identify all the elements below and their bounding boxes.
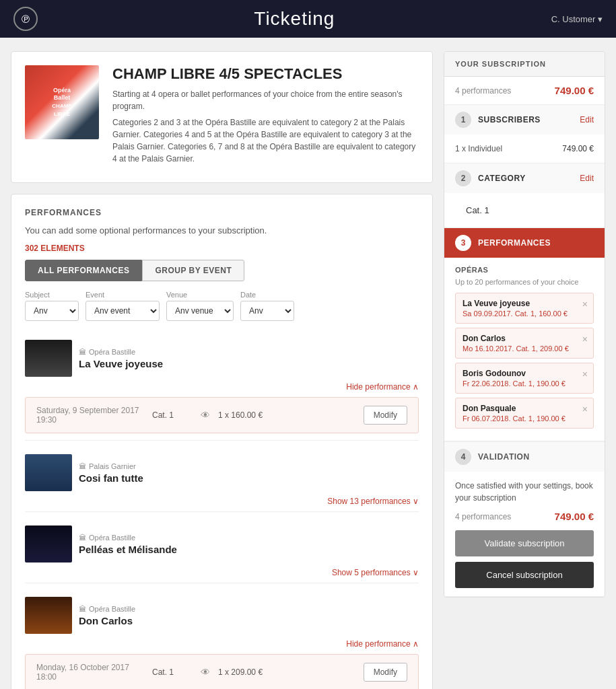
list-item: 🏛 Opéra Bastille Don Carlos Hide perform… xyxy=(25,589,419,689)
date-select[interactable]: Anv xyxy=(240,301,294,321)
list-item: 🏛 Opéra Bastille La Veuve joyeuse Hide p… xyxy=(25,332,419,441)
list-item: 🏛 Palais Garnier Cosi fan tutte Show 13 … xyxy=(25,446,419,512)
remove-opera-button[interactable]: × xyxy=(582,299,588,310)
step-validation-header: 4 VALIDATION xyxy=(444,442,605,472)
show-performances-link[interactable]: Show 13 performances ∨ xyxy=(25,497,419,511)
hero-desc1: Starting at 4 opera or ballet performanc… xyxy=(112,88,419,112)
opera-item: Don Pasquale Fr 06.07.2018. Cat. 1, 190.… xyxy=(455,398,594,429)
opera-detail: Sa 09.09.2017. Cat. 1, 160.00 € xyxy=(463,310,586,318)
hide-performance-text: Hide performance ∧ xyxy=(346,639,419,649)
eye-icon: 👁 xyxy=(201,667,210,678)
subscriber-price: 749.00 € xyxy=(562,144,594,153)
perf-info: 🏛 Opéra Bastille La Veuve joyeuse xyxy=(79,348,419,369)
all-performances-button[interactable]: ALL PERFORMANCES xyxy=(25,260,142,281)
venue-select[interactable]: Anv venue xyxy=(166,301,234,321)
show-performances-text: Show 13 performances ∨ xyxy=(327,497,419,506)
hero-image: OpéraBalletCHAMPLIBRE xyxy=(25,65,99,139)
opera-name: Don Carlos xyxy=(463,334,586,343)
hide-performance-link[interactable]: Hide performance ∧ xyxy=(25,382,419,397)
operas-subtitle: Up to 20 performances of your choice xyxy=(455,278,594,286)
left-panel: OpéraBalletCHAMPLIBRE CHAMP LIBRE 4/5 SP… xyxy=(11,51,433,689)
subscription-header: YOUR SUBSCRIPTION xyxy=(444,52,605,77)
toggle-group: ALL PERFORMANCES GROUP BY EVENT xyxy=(25,260,419,281)
event-select[interactable]: Anv event xyxy=(85,301,160,321)
opera-name: La Veuve joyeuse xyxy=(463,299,586,308)
subscriber-item: 1 x Individuel 749.00 € xyxy=(455,141,594,156)
step-subscribers-edit[interactable]: Edit xyxy=(580,115,594,124)
perf-expanded-row: Monday, 16 October 2017 18:00 Cat. 1 👁 1… xyxy=(25,654,419,689)
step-subscribers-content: 1 x Individuel 749.00 € xyxy=(444,135,605,163)
val-perf-count: 4 performances xyxy=(455,512,511,521)
step-number-2: 2 xyxy=(455,170,471,186)
step-subscribers-title: SUBSCRIBERS xyxy=(478,115,573,124)
list-item: 🏛 Opéra Bastille Pelléas et Mélisande Sh… xyxy=(25,517,419,583)
step-number-4: 4 xyxy=(455,449,471,465)
subscriber-label: 1 x Individuel xyxy=(455,144,502,153)
perf-thumbnail xyxy=(25,597,72,634)
opera-name: Don Pasquale xyxy=(463,404,586,413)
hide-performance-text: Hide performance ∧ xyxy=(346,382,419,392)
building-icon: 🏛 xyxy=(79,462,86,470)
step-category: 2 CATEGORY Edit Cat. 1 xyxy=(444,164,605,228)
opera-detail: Fr 06.07.2018. Cat. 1, 190.00 € xyxy=(463,414,586,423)
user-menu[interactable]: C. Ustomer ▾ xyxy=(551,14,603,24)
show-performances-link[interactable]: Show 5 performances ∨ xyxy=(25,568,419,583)
group-by-event-button[interactable]: GROUP BY EVENT xyxy=(142,260,244,281)
cancel-subscription-button[interactable]: Cancel subscription xyxy=(455,562,594,588)
hero-title: CHAMP LIBRE 4/5 SPECTACLES xyxy=(112,65,419,83)
hero-desc2: Categories 2 and 3 at the Opéra Bastille… xyxy=(112,116,419,165)
remove-opera-button[interactable]: × xyxy=(582,334,588,344)
subject-select[interactable]: Anv xyxy=(25,301,79,321)
subject-label: Subject xyxy=(25,291,79,299)
opera-item: Boris Godounov Fr 22.06.2018. Cat. 1, 19… xyxy=(455,363,594,394)
validate-subscription-button[interactable]: Validate subscription xyxy=(455,530,594,556)
step-category-title: CATEGORY xyxy=(478,174,573,183)
step-number-3: 3 xyxy=(455,235,471,251)
main-container: OpéraBalletCHAMPLIBRE CHAMP LIBRE 4/5 SP… xyxy=(0,38,616,689)
event-label: Event xyxy=(85,291,160,299)
modify-button[interactable]: Modify xyxy=(364,663,407,682)
venue-name: Opéra Bastille xyxy=(89,348,135,356)
modify-button[interactable]: Modify xyxy=(364,406,407,425)
subject-filter: Subject Anv xyxy=(25,291,79,321)
performances-section: PERFORMANCES You can add some optional p… xyxy=(11,194,433,689)
perf-name: Don Carlos xyxy=(79,615,419,626)
validation-note: Once satisfied with your settings, book … xyxy=(455,480,594,504)
perf-date: Saturday, 9 September 2017 19:30 xyxy=(36,406,144,425)
validation-content: Once satisfied with your settings, book … xyxy=(444,472,605,596)
perf-thumbnail xyxy=(25,340,72,377)
opera-detail: Fr 22.06.2018. Cat. 1, 190.00 € xyxy=(463,379,586,388)
date-label: Date xyxy=(240,291,294,299)
building-icon: 🏛 xyxy=(79,605,86,613)
sub-total-price: 749.00 € xyxy=(555,85,594,96)
hide-performance-link[interactable]: Hide performance ∧ xyxy=(25,639,419,654)
logo-text: ℗ xyxy=(20,13,31,26)
remove-opera-button[interactable]: × xyxy=(582,404,588,414)
perf-thumbnail xyxy=(25,525,72,563)
perf-name: Cosi fan tutte xyxy=(79,472,419,484)
perf-price: 1 x 209.00 € xyxy=(218,667,355,677)
category-value: Cat. 1 xyxy=(455,200,594,221)
perf-info: 🏛 Palais Garnier Cosi fan tutte xyxy=(79,462,419,484)
elements-count: 302 ELEMENTS xyxy=(25,244,419,253)
logo: ℗ xyxy=(13,7,38,31)
step-validation-title: VALIDATION xyxy=(478,452,594,462)
perf-name: Pelléas et Mélisande xyxy=(79,544,419,555)
remove-opera-button[interactable]: × xyxy=(582,369,588,379)
show-performances-text: Show 5 performances ∨ xyxy=(332,568,419,577)
step-performances-header: 3 PERFORMANCES xyxy=(444,228,605,258)
step-validation: 4 VALIDATION Once satisfied with your se… xyxy=(444,442,605,597)
step-category-edit[interactable]: Edit xyxy=(580,174,594,183)
perf-info: 🏛 Opéra Bastille Don Carlos xyxy=(79,605,419,626)
perf-header: 🏛 Opéra Bastille La Veuve joyeuse xyxy=(25,332,419,382)
step-subscribers: 1 SUBSCRIBERS Edit 1 x Individuel 749.00… xyxy=(444,105,605,164)
venue-name: Palais Garnier xyxy=(89,462,136,470)
date-filter: Date Anv xyxy=(240,291,294,321)
right-panel: YOUR SUBSCRIPTION 4 performances 749.00 … xyxy=(444,51,605,689)
header: ℗ Ticketing C. Ustomer ▾ xyxy=(0,0,616,38)
operas-section: OPÉRAS Up to 20 performances of your cho… xyxy=(444,258,605,441)
opera-detail: Mo 16.10.2017. Cat. 1, 209.00 € xyxy=(463,344,586,353)
perf-date: Monday, 16 October 2017 18:00 xyxy=(36,663,144,682)
page-title: Ticketing xyxy=(254,8,335,30)
perf-header: 🏛 Opéra Bastille Pelléas et Mélisande xyxy=(25,517,419,568)
